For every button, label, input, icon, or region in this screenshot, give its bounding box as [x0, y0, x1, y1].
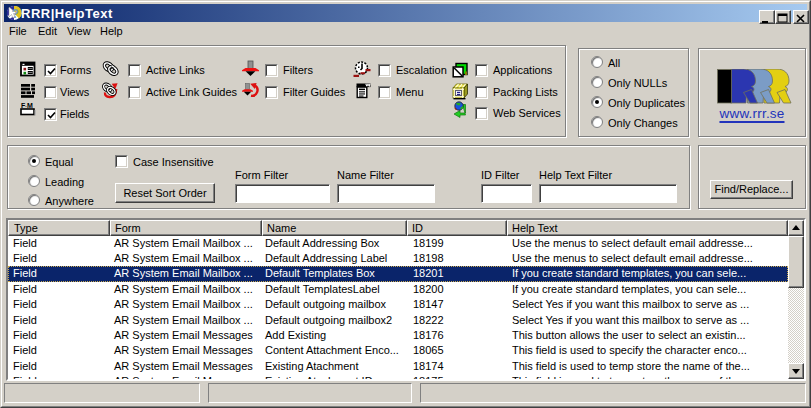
svg-text:F·M: F·M	[21, 102, 33, 109]
svg-text:?: ?	[12, 7, 19, 21]
